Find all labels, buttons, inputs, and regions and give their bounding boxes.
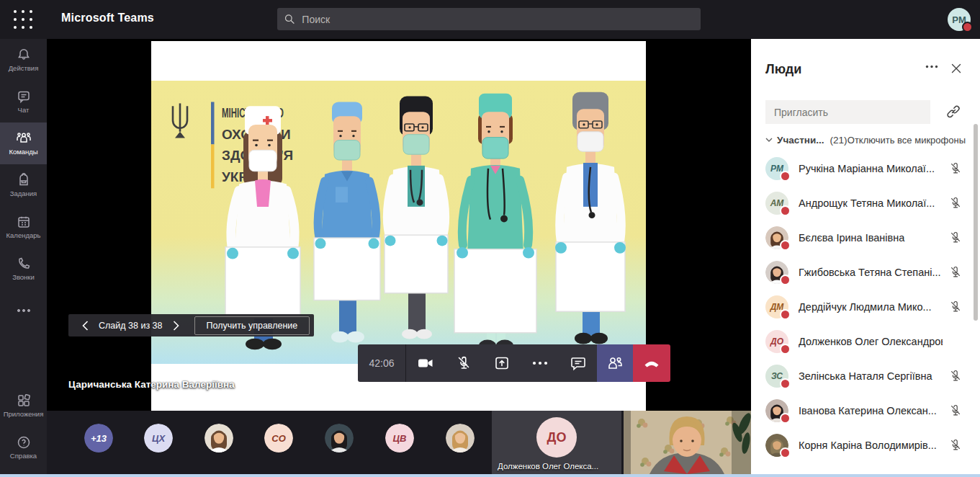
filmstrip-avatar[interactable]: ЦВ [385,424,414,453]
copy-link-icon[interactable] [945,104,963,121]
chevron-down-icon [765,138,773,142]
more-actions-button[interactable] [521,344,559,382]
initials-avatar: +13 [84,424,113,453]
participant-tile-name: Долженков Олег Олекса... [498,462,598,471]
participant-avatar [765,226,788,249]
participant-row[interactable]: Гжибовська Тетяна Степані... [751,255,971,290]
participant-name: Корня Каріна Володимирів... [799,440,943,451]
sidebar-item-chat[interactable]: Чат [0,81,47,122]
participant-row[interactable]: АМ Андрощук Тетяна Миколаї... [751,186,971,220]
section-label: Участни... [777,135,824,146]
panel-close-button[interactable] [951,63,961,73]
status-busy-dot [780,171,791,182]
invite-input[interactable] [765,100,930,124]
participant-avatar: ДО [765,330,788,353]
bell-icon [17,48,31,62]
mic-muted-icon[interactable] [948,300,963,314]
participant-name: Зелінська Наталя Сергіївна [799,370,943,382]
participant-row[interactable]: Корня Каріна Володимирів... [751,428,971,463]
chat-icon [17,89,31,104]
app-launcher-icon[interactable] [13,9,33,30]
chat-button[interactable] [559,344,597,382]
chevron-right-icon [173,321,179,331]
participant-avatar [765,434,788,457]
sidebar-item-calendar[interactable]: Календарь [0,206,47,248]
mic-muted-icon[interactable] [948,404,963,418]
participant-avatar [765,261,788,284]
photo-avatar [204,424,233,453]
search-bar[interactable] [277,8,701,30]
filmstrip-avatar[interactable] [446,424,475,453]
people-button-active[interactable] [597,344,633,382]
participant-row[interactable]: ДО Долженков Олег Олександрович [751,324,971,359]
mic-muted-icon[interactable] [948,369,963,383]
panel-more-button[interactable] [925,65,938,68]
status-busy-dot [780,344,791,355]
sidebar-item-label: Задания [10,190,37,197]
participant-name: Дердійчук Людмила Мико... [799,301,943,313]
participant-avatar: ДМ [765,295,788,318]
filmstrip-avatar[interactable]: ЦХ [144,424,173,453]
backpack-icon [17,173,31,187]
previous-slide-button[interactable] [77,318,93,334]
participant-row[interactable]: РМ Ручкіна Маріанна Миколаї... [751,151,971,186]
sidebar-item-activity[interactable]: Действия [0,39,47,81]
initials-avatar: ЦХ [144,424,173,453]
participant-name: Гжибовська Тетяна Степані... [799,267,943,278]
participant-video-tile[interactable] [624,411,751,474]
help-icon [17,435,31,450]
participant-list: РМ Ручкіна Маріанна Миколаї... АМ [751,151,971,474]
filmstrip-avatar[interactable] [204,424,233,453]
title-bar: Microsoft Teams PM [0,0,980,39]
next-slide-button[interactable] [168,318,184,334]
status-busy-dot [780,413,791,424]
sidebar-item-apps[interactable]: Приложения [0,385,47,427]
participant-row[interactable]: Бєлєва Ірина Іванівна [751,220,971,255]
status-busy-dot [780,205,791,216]
mic-muted-icon[interactable] [948,161,963,176]
participant-row[interactable]: ДМ Дердійчук Людмила Мико... [751,290,971,324]
mic-muted-icon[interactable] [948,231,963,245]
participant-tile[interactable]: ДО Долженков Олег Олекса... [492,411,621,474]
user-avatar[interactable]: PM [948,8,971,31]
sidebar-item-label: Действия [9,64,39,72]
mic-muted-icon[interactable] [948,438,963,453]
sidebar-item-calls[interactable]: Звонки [0,248,47,290]
participant-avatar: РМ [765,157,788,180]
sidebar-item-label: Звонки [12,273,35,281]
sidebar-item-assignments[interactable]: Задания [0,164,47,206]
filmstrip-avatar[interactable]: СО [264,424,293,453]
presenter-name: Царичанська Катерина Валеріївна [68,379,235,390]
mic-muted-icon[interactable] [948,265,963,280]
microphone-mute-button[interactable] [444,344,482,382]
share-screen-button[interactable] [482,344,521,382]
mute-all-link[interactable]: Отключить все микрофоны [848,135,966,146]
participant-row[interactable]: Іванова Катерина Олексан... [751,393,971,428]
hang-up-button[interactable] [633,344,670,382]
sidebar-item-more[interactable] [0,290,47,331]
sidebar-item-label: Команды [9,148,37,156]
sidebar-item-label: Чат [18,106,30,114]
participant-avatar: ЗС [765,365,788,388]
take-control-button[interactable]: Получить управление [194,316,310,335]
search-input[interactable] [300,13,693,26]
status-busy-dot [780,378,791,389]
sidebar-item-help[interactable]: Справка [0,427,47,468]
chat-bubble-icon [570,355,586,371]
people-icon [606,356,624,370]
mic-muted-icon[interactable] [948,196,963,210]
participant-row[interactable]: ЗС Зелінська Наталя Сергіївна [751,359,971,393]
panel-title: Люди [765,62,801,77]
panel-scrollbar[interactable] [974,124,978,321]
status-busy-dot [780,309,791,320]
webcam-video [624,411,751,474]
filmstrip-avatar[interactable] [325,424,354,453]
window-bottom-edge [0,474,980,477]
teams-icon [16,131,32,146]
initials-avatar: ДО [536,417,577,458]
calendar-icon [17,215,31,229]
sidebar-item-teams[interactable]: Команды [0,122,47,164]
filmstrip-avatar[interactable]: +13 [84,424,113,453]
participants-section-header[interactable]: Участни... (21) Отключить все микрофоны [765,133,966,147]
camera-button[interactable] [406,344,444,382]
